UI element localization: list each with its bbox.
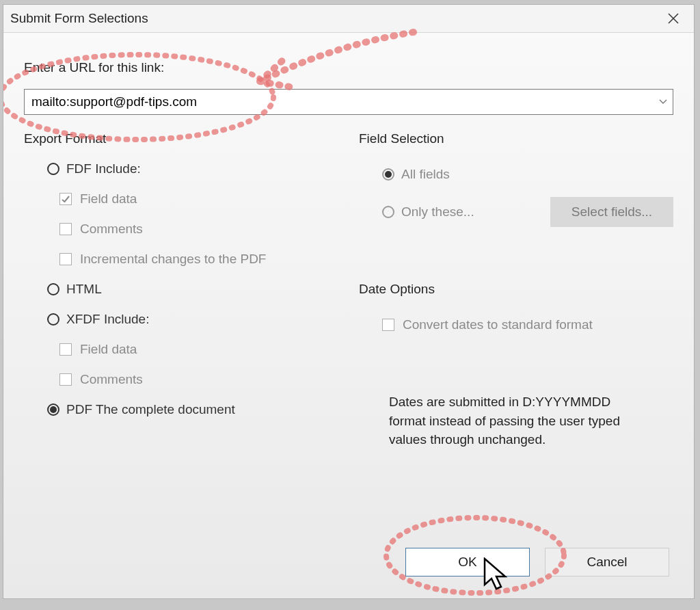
- url-field[interactable]: [24, 89, 673, 115]
- close-icon: [667, 12, 679, 25]
- checkbox-icon: [59, 223, 72, 235]
- radio-icon: [47, 163, 59, 175]
- only-these-label: Only these...: [401, 204, 474, 220]
- cancel-button[interactable]: Cancel: [545, 548, 669, 576]
- checkbox-convert-dates[interactable]: Convert dates to standard format: [359, 317, 673, 332]
- radio-icon: [47, 283, 59, 295]
- checkbox-icon: [59, 253, 72, 265]
- radio-html[interactable]: HTML: [24, 282, 338, 297]
- url-label: Enter a URL for this link:: [24, 60, 673, 75]
- radio-icon: [47, 403, 59, 416]
- all-fields-label: All fields: [401, 167, 450, 182]
- fdf-incremental-label: Incremental changes to the PDF: [80, 252, 266, 267]
- xfdf-comments-label: Comments: [80, 372, 143, 387]
- checkbox-icon: [59, 343, 72, 356]
- radio-icon: [382, 168, 394, 181]
- date-options-help-text: Dates are submitted in D:YYYYMMDD format…: [359, 393, 635, 449]
- checkbox-fdf-comments[interactable]: Comments: [24, 222, 338, 237]
- date-options-title: Date Options: [359, 282, 673, 297]
- export-format-group: Export Format FDF Include: Field data Co…: [24, 131, 338, 449]
- export-format-title: Export Format: [24, 131, 338, 146]
- checkbox-fdf-incremental[interactable]: Incremental changes to the PDF: [24, 252, 338, 267]
- radio-fdf-label: FDF Include:: [66, 161, 141, 176]
- fdf-comments-label: Comments: [80, 222, 143, 237]
- close-button[interactable]: [660, 8, 687, 29]
- checkbox-xfdf-comments[interactable]: Comments: [24, 372, 338, 387]
- field-selection-title: Field Selection: [359, 131, 673, 146]
- radio-all-fields: All fields: [359, 167, 673, 182]
- radio-icon: [382, 206, 394, 218]
- checkbox-icon: [382, 319, 394, 331]
- radio-pdf-label: PDF The complete document: [66, 402, 235, 417]
- dialog-title: Submit Form Selections: [10, 11, 660, 26]
- convert-dates-label: Convert dates to standard format: [403, 317, 593, 332]
- xfdf-field-data-label: Field data: [80, 342, 137, 357]
- chevron-down-icon: [659, 99, 667, 105]
- checkbox-xfdf-field-data[interactable]: Field data: [24, 342, 338, 357]
- radio-icon: [47, 313, 59, 326]
- checkbox-icon: [59, 373, 72, 386]
- radio-pdf[interactable]: PDF The complete document: [24, 402, 338, 417]
- submit-form-selections-dialog: Submit Form Selections Enter a URL for t…: [3, 4, 695, 599]
- checkbox-icon: [59, 193, 72, 205]
- radio-xfdf-label: XFDF Include:: [66, 312, 149, 327]
- dialog-footer: OK Cancel: [405, 548, 669, 576]
- url-dropdown-button[interactable]: [654, 90, 673, 114]
- radio-html-label: HTML: [66, 282, 102, 297]
- checkbox-fdf-field-data[interactable]: Field data: [24, 191, 338, 207]
- select-fields-button: Select fields...: [550, 197, 673, 227]
- radio-only-these: Only these... Select fields...: [359, 197, 673, 227]
- fdf-field-data-label: Field data: [80, 191, 137, 207]
- radio-fdf[interactable]: FDF Include:: [24, 161, 338, 176]
- url-input[interactable]: [25, 94, 654, 109]
- right-column: Field Selection All fields Only these...…: [359, 131, 673, 449]
- title-bar: Submit Form Selections: [3, 5, 694, 33]
- radio-xfdf[interactable]: XFDF Include:: [24, 312, 338, 327]
- ok-button[interactable]: OK: [405, 548, 530, 576]
